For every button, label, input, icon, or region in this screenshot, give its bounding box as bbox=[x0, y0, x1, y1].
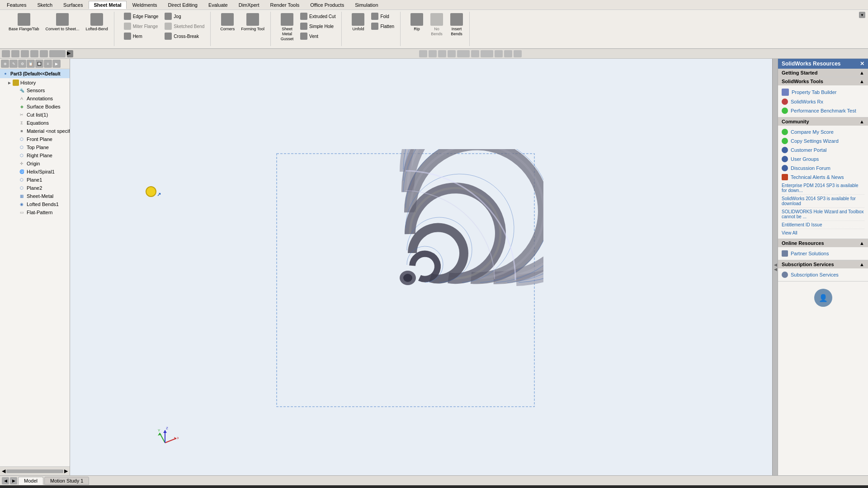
sketched-bend-button[interactable]: Sketched Bend bbox=[162, 22, 207, 31]
right-panel-close[interactable]: ✕ bbox=[860, 61, 864, 67]
copy-settings-link[interactable]: Copy Settings Wizard bbox=[782, 136, 864, 145]
view-tool-1[interactable] bbox=[2, 50, 10, 57]
next-tab-btn[interactable]: ▶ bbox=[10, 477, 17, 484]
tree-item-right-plane[interactable]: ⬡ Right Plane bbox=[0, 151, 70, 160]
partner-solutions-link[interactable]: Partner Solutions bbox=[782, 249, 864, 258]
tree-item-history[interactable]: ▶ History bbox=[0, 79, 70, 86]
miter-flange-button[interactable]: Miter Flange bbox=[122, 22, 161, 31]
viewport-btn-5[interactable] bbox=[457, 50, 470, 57]
part-name[interactable]: ● Part3 (Default<<Default bbox=[0, 69, 70, 78]
news-item-4[interactable]: Entitlement ID Issue bbox=[782, 221, 864, 229]
scroll-right[interactable]: ▶ bbox=[64, 468, 68, 474]
sw-tools-header[interactable]: SolidWorks Tools ▲ bbox=[778, 77, 868, 85]
interaction-dot[interactable] bbox=[146, 186, 156, 197]
lofted-bend-button[interactable]: Lofted-Bend bbox=[84, 12, 110, 33]
tech-alerts-link[interactable]: Technical Alerts & News bbox=[782, 173, 864, 182]
tab-sketch[interactable]: Sketch bbox=[32, 1, 57, 9]
tab-surfaces[interactable]: Surfaces bbox=[58, 1, 88, 9]
online-resources-header[interactable]: Online Resources ▲ bbox=[778, 239, 868, 247]
tree-item-equations[interactable]: Σ Equations bbox=[0, 119, 70, 127]
view-all-link[interactable]: View All bbox=[782, 229, 864, 237]
customer-portal-link[interactable]: Customer Portal bbox=[782, 145, 864, 155]
no-bends-button[interactable]: NoBends bbox=[428, 12, 446, 38]
view-tool-2[interactable] bbox=[11, 50, 19, 57]
tab-simulation[interactable]: Simulation bbox=[350, 1, 383, 9]
extruded-cut-button[interactable]: Extruded Cut bbox=[298, 12, 338, 21]
scroll-left[interactable]: ◀ bbox=[2, 468, 5, 474]
tree-item-plane1[interactable]: ⬡ Plane1 bbox=[0, 176, 70, 184]
tab-office-products[interactable]: Office Products bbox=[305, 1, 349, 9]
tree-item-top-plane[interactable]: ⬡ Top Plane bbox=[0, 143, 70, 151]
viewport-btn-10[interactable] bbox=[514, 50, 522, 57]
tab-dimxpert[interactable]: DimXpert bbox=[234, 1, 264, 9]
viewport-btn-2[interactable] bbox=[429, 50, 437, 57]
insert-bends-button[interactable]: InsertBends bbox=[448, 12, 466, 38]
fold-button[interactable]: Fold bbox=[369, 12, 396, 21]
unfold-button[interactable]: Unfold bbox=[349, 12, 367, 33]
edge-flange-button[interactable]: Edge Flange bbox=[122, 12, 161, 21]
vent-button[interactable]: Vent bbox=[298, 32, 338, 41]
viewport-btn-6[interactable] bbox=[471, 50, 479, 57]
news-item-2[interactable]: SolidWorks 2014 SP3 is available for dow… bbox=[782, 195, 864, 208]
view-tool-3[interactable] bbox=[21, 50, 29, 57]
tab-motion-study[interactable]: Motion Study 1 bbox=[44, 477, 89, 485]
flatten-button[interactable]: Flatten bbox=[369, 22, 396, 31]
toolbar-btn-2[interactable]: ✎ bbox=[9, 60, 18, 68]
tree-item-lofted-bends[interactable]: ◉ Lofted Bends1 bbox=[0, 200, 70, 208]
more-options-button[interactable]: ▼ bbox=[859, 12, 865, 18]
sheet-metal-gusset-button[interactable]: SheetMetalGusset bbox=[278, 12, 296, 42]
user-groups-link[interactable]: User Groups bbox=[782, 155, 864, 164]
news-item-1[interactable]: Enterprise PDM 2014 SP3 is available for… bbox=[782, 182, 864, 195]
corners-button[interactable]: Corners bbox=[218, 12, 237, 33]
rip-button[interactable]: Rip bbox=[408, 12, 426, 33]
tab-sheet-metal[interactable]: Sheet Metal bbox=[89, 1, 126, 9]
compare-score-link[interactable]: Compare My Score bbox=[782, 127, 864, 136]
discussion-forum-link[interactable]: Discussion Forum bbox=[782, 164, 864, 173]
view-tool-5[interactable] bbox=[40, 50, 48, 57]
jog-button[interactable]: Jog bbox=[162, 12, 207, 21]
subscription-header[interactable]: Subscription Services ▲ bbox=[778, 260, 868, 268]
viewport-btn-8[interactable] bbox=[495, 50, 503, 57]
tree-item-annotations[interactable]: A Annotations bbox=[0, 94, 70, 103]
toolbar-btn-1[interactable]: ⊕ bbox=[1, 60, 9, 68]
viewport-btn-4[interactable] bbox=[448, 50, 456, 57]
tree-item-surface-bodies[interactable]: ◆ Surface Bodies bbox=[0, 103, 70, 111]
viewport-btn-7[interactable] bbox=[481, 50, 493, 57]
tab-evaluate[interactable]: Evaluate bbox=[203, 1, 233, 9]
view-tool-6[interactable] bbox=[49, 50, 66, 57]
simple-hole-button[interactable]: Simple Hole bbox=[298, 22, 338, 31]
tree-item-material[interactable]: ■ Material <not specifie bbox=[0, 127, 70, 135]
community-header[interactable]: Community ▲ bbox=[778, 117, 868, 126]
tree-item-helix[interactable]: 🌀 Helix/Spiral1 bbox=[0, 168, 70, 176]
tab-direct-editing[interactable]: Direct Editing bbox=[163, 1, 202, 9]
perf-benchmark-link[interactable]: Performance Benchmark Test bbox=[782, 106, 864, 115]
news-item-3[interactable]: SOLIDWORKS Hole Wizard and Toolbox canno… bbox=[782, 208, 864, 221]
toolbar-btn-6[interactable]: ≡ bbox=[44, 60, 52, 68]
sw-rx-link[interactable]: SolidWorks Rx bbox=[782, 97, 864, 106]
viewport-btn-3[interactable] bbox=[438, 50, 446, 57]
tree-item-flat-pattern[interactable]: ▭ Flat-Pattern bbox=[0, 208, 70, 216]
tab-weldments[interactable]: Weldments bbox=[127, 1, 162, 9]
forming-tool-button[interactable]: Forming Tool bbox=[239, 12, 267, 33]
tree-item-sheet-metal[interactable]: ▦ Sheet-Metal bbox=[0, 192, 70, 200]
tree-item-sensors[interactable]: 🔩 Sensors bbox=[0, 86, 70, 94]
viewport[interactable]: ↗ X Y Z bbox=[70, 59, 772, 475]
viewport-btn-1[interactable] bbox=[419, 50, 427, 57]
viewport-btn-9[interactable] bbox=[504, 50, 512, 57]
view-tool-4[interactable] bbox=[30, 50, 38, 57]
tree-item-origin[interactable]: ✛ Origin bbox=[0, 160, 70, 168]
right-panel-collapse[interactable]: ◀◀ bbox=[772, 59, 778, 475]
base-flange-button[interactable]: Base Flange/Tab bbox=[6, 12, 42, 33]
convert-button[interactable]: Convert to Sheet... bbox=[43, 12, 82, 33]
toolbar-expand[interactable]: ▶ bbox=[52, 60, 61, 68]
hem-button[interactable]: Hem bbox=[122, 32, 161, 41]
cross-break-button[interactable]: Cross-Break bbox=[162, 32, 207, 41]
prev-tab-btn[interactable]: ◀ bbox=[2, 477, 9, 484]
tree-item-plane2[interactable]: ⬡ Plane2 bbox=[0, 184, 70, 192]
sub-services-link[interactable]: Subscription Services bbox=[782, 270, 864, 279]
tab-model[interactable]: Model bbox=[18, 477, 43, 485]
view-tool-expand[interactable]: ▶ bbox=[67, 50, 73, 57]
toolbar-btn-5[interactable]: 🔲 bbox=[35, 60, 43, 68]
property-tab-link[interactable]: Property Tab Builder bbox=[782, 87, 864, 97]
tab-render-tools[interactable]: Render Tools bbox=[265, 1, 305, 9]
